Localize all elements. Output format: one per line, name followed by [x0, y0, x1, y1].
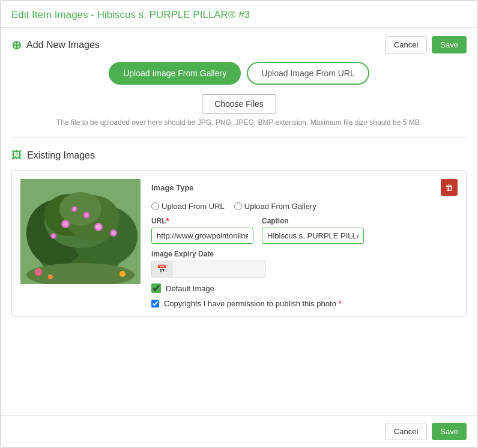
- copyright-row: Copyrights I have permission to publish …: [151, 299, 458, 308]
- caption-field-label: Caption: [262, 217, 364, 225]
- url-caption-fields: URL* Caption: [151, 217, 458, 244]
- expiry-date-input[interactable]: [172, 262, 265, 277]
- modal-footer: Cancel Save: [1, 415, 477, 447]
- footer-save-button[interactable]: Save: [432, 423, 467, 440]
- modal-header: Edit Item Images - Hibiscus s. PURPLE PI…: [1, 1, 477, 28]
- svg-point-23: [48, 274, 53, 279]
- svg-point-13: [96, 225, 101, 229]
- radio-gallery-label[interactable]: Upload From Gallery: [234, 202, 316, 211]
- image-icon: 🖼: [11, 149, 22, 162]
- delete-image-button[interactable]: 🗑: [441, 179, 458, 196]
- url-input[interactable]: [151, 228, 253, 244]
- svg-point-9: [63, 222, 68, 226]
- default-image-checkbox[interactable]: [151, 283, 161, 293]
- upload-area: Choose Files The file to be uploaded ove…: [11, 94, 467, 127]
- existing-images-title: 🖼 Existing Images: [11, 149, 467, 162]
- modal-container: Edit Item Images - Hibiscus s. PURPLE PI…: [0, 0, 478, 448]
- url-field-group: URL*: [151, 217, 253, 244]
- image-preview: [20, 179, 141, 284]
- default-image-label: Default Image: [166, 284, 214, 293]
- expiry-date-row: Image Expiry Date 📅: [151, 250, 458, 277]
- radio-url-text: Upload From URL: [162, 202, 225, 211]
- add-images-title: ⊕ Add New Images: [11, 38, 100, 52]
- image-details: Image Type 🗑 Upload From URL Upload From…: [151, 179, 458, 308]
- image-type-label: Image Type: [151, 183, 194, 192]
- svg-point-15: [73, 207, 76, 211]
- add-circle-icon: ⊕: [11, 38, 22, 52]
- copyright-label: Copyrights I have permission to publish …: [164, 299, 342, 308]
- top-save-button[interactable]: Save: [432, 36, 467, 53]
- calendar-button[interactable]: 📅: [152, 261, 172, 277]
- choose-files-button[interactable]: Choose Files: [202, 94, 276, 114]
- svg-point-19: [52, 234, 55, 238]
- add-images-label: Add New Images: [26, 40, 100, 50]
- section-divider: [11, 138, 467, 138]
- radio-gallery-input[interactable]: [234, 202, 242, 210]
- top-action-buttons: Cancel Save: [385, 36, 467, 53]
- url-field-label: URL*: [151, 217, 253, 225]
- expiry-input-wrap: 📅: [151, 261, 265, 277]
- tab-url[interactable]: Upload Image From URL: [247, 62, 369, 85]
- upload-hint: The file to be uploaded over here should…: [56, 118, 422, 127]
- expiry-label: Image Expiry Date: [151, 250, 458, 258]
- caption-field-group: Caption: [262, 217, 364, 244]
- modal-title: Edit Item Images - Hibiscus s. PURPLE PI…: [11, 9, 250, 20]
- svg-point-11: [85, 213, 89, 217]
- existing-image-card: Image Type 🗑 Upload From URL Upload From…: [11, 170, 467, 317]
- svg-point-22: [120, 271, 126, 277]
- image-type-row: Image Type 🗑: [151, 179, 458, 196]
- upload-tabs: Upload Image From Gallery Upload Image F…: [11, 62, 467, 85]
- svg-point-17: [112, 231, 116, 235]
- top-cancel-button[interactable]: Cancel: [385, 36, 427, 53]
- tab-gallery[interactable]: Upload Image From Gallery: [109, 62, 241, 85]
- existing-images-label: Existing Images: [27, 150, 95, 161]
- radio-url-input[interactable]: [151, 202, 159, 210]
- radio-gallery-text: Upload From Gallery: [244, 202, 316, 211]
- default-image-row: Default Image: [151, 283, 458, 293]
- copyright-checkbox[interactable]: [151, 300, 159, 307]
- caption-input[interactable]: [262, 228, 364, 244]
- radio-url-label[interactable]: Upload From URL: [151, 202, 225, 211]
- upload-type-radio-group: Upload From URL Upload From Gallery: [151, 202, 458, 211]
- footer-cancel-button[interactable]: Cancel: [385, 423, 427, 440]
- svg-point-21: [35, 268, 42, 276]
- add-images-section-header: ⊕ Add New Images Cancel Save: [11, 36, 467, 53]
- modal-body: ⊕ Add New Images Cancel Save Upload Imag…: [1, 28, 477, 415]
